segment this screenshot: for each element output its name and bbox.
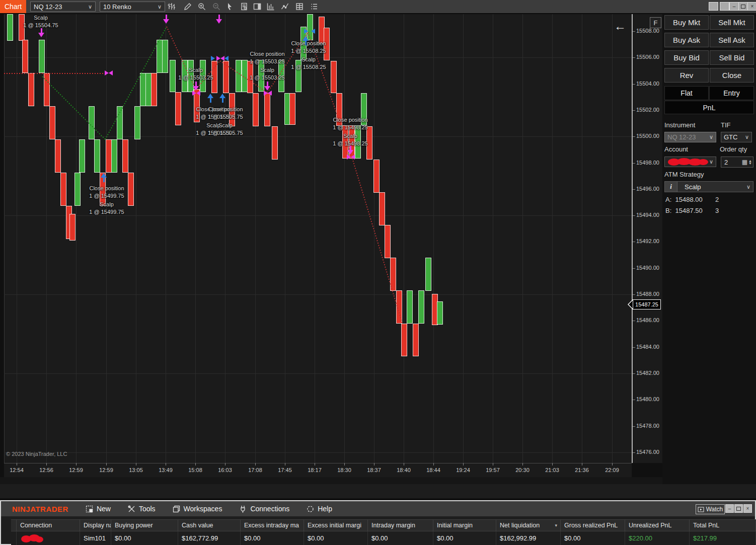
time-axis-label: 12:56 (39, 467, 53, 473)
sort-icon[interactable]: ▾ (555, 523, 557, 528)
calculator-icon[interactable]: ▦ (742, 159, 747, 166)
price-bars-icon[interactable] (166, 2, 176, 11)
list-icon[interactable] (309, 2, 319, 11)
draw-line-icon[interactable] (280, 2, 290, 11)
close-button[interactable]: × (743, 504, 752, 513)
cursor-icon[interactable] (224, 2, 235, 11)
table-header-cell[interactable]: Buying power (111, 519, 178, 531)
scroll-back-arrow-icon[interactable]: ← (614, 19, 626, 33)
renko-brick (74, 173, 81, 206)
price-axis-label: 15494.00 (636, 212, 659, 218)
chart-plot-area[interactable] (4, 14, 632, 463)
accounts-table: ConnectionDisplay naBuying powerCash val… (11, 519, 756, 545)
time-tick (136, 463, 136, 465)
table-header-cell[interactable]: Excess intraday ma (241, 519, 304, 531)
menu-help[interactable]: Help (307, 505, 332, 513)
table-header-cell[interactable]: Intraday margin (368, 519, 433, 531)
close-button[interactable]: Close (710, 68, 754, 83)
buy-arrow-icon (219, 94, 225, 103)
minimize-button[interactable]: – (725, 504, 734, 513)
table-header-cell[interactable]: Cash value (178, 519, 241, 531)
flat-button[interactable]: Flat (664, 86, 709, 100)
sell-bid-button[interactable]: Sell Bid (710, 50, 754, 65)
instrument-dropdown[interactable]: NQ 12-23 ∨ (30, 2, 96, 12)
atm-strategy-dropdown[interactable]: i Scalp ∨ (664, 181, 753, 192)
table-header-cell[interactable]: Excess initial margi (304, 519, 368, 531)
chart-tab-bar: NQ 12-23 + (0, 484, 756, 498)
renko-brick (236, 60, 242, 92)
time-tick (285, 463, 285, 465)
buy-bid-button[interactable]: Buy Bid (664, 50, 709, 65)
menu-tools[interactable]: Tools (128, 505, 156, 513)
renko-brick (69, 214, 75, 241)
buy-mkt-button[interactable]: Buy Mkt (664, 15, 709, 30)
table-header-cell[interactable]: Net liquidation▾ (496, 519, 561, 531)
period-dropdown[interactable]: 10 Renko ∨ (100, 2, 165, 12)
renko-brick (39, 40, 45, 73)
renko-brick (272, 126, 278, 160)
time-axis-label: 15:08 (188, 467, 202, 473)
table-header-cell[interactable] (11, 519, 17, 531)
chart-trader-panel: Buy Mkt Sell Mkt Buy Ask Sell Ask Buy Bi… (662, 14, 756, 484)
chart-style-icon[interactable] (266, 2, 276, 11)
menu-connections[interactable]: Connections (239, 505, 289, 513)
sell-mkt-button[interactable]: Sell Mkt (710, 15, 754, 30)
table-header-cell[interactable]: Total PnL (690, 519, 756, 531)
gridline-horizontal (4, 136, 632, 137)
watch-button[interactable]: Watch (696, 504, 725, 514)
renko-brick (223, 61, 229, 93)
gridline-vertical (433, 14, 434, 463)
account-row[interactable]: Sim101$0.00$162,772.99$0.00$0.00$0.00$0.… (11, 531, 756, 545)
info-icon[interactable]: i (665, 182, 677, 192)
order-qty-stepper[interactable]: 2 ▦ ▲▼ (721, 157, 753, 168)
buy-ask-button[interactable]: Buy Ask (664, 33, 709, 47)
zoom-out-icon[interactable] (211, 2, 221, 11)
maximize-button[interactable] (734, 504, 743, 513)
redacted-connection-scribble (20, 534, 44, 543)
table-cell: $162,992.99 (496, 531, 561, 545)
time-tick (433, 463, 434, 465)
data-grid-icon[interactable] (294, 2, 305, 11)
pencil-icon[interactable] (183, 2, 193, 11)
sell-ask-button[interactable]: Sell Ask (710, 33, 754, 47)
gridline-vertical (76, 14, 77, 463)
renko-brick (111, 139, 117, 173)
fixed-scale-button[interactable]: F (650, 17, 661, 28)
tif-dropdown[interactable]: GTC ∨ (721, 132, 752, 142)
panel-instrument-dropdown[interactable]: NQ 12-23 ∨ (664, 132, 716, 142)
unpin-button[interactable] (709, 2, 718, 11)
table-header-cell[interactable]: Unrealized PnL (625, 519, 690, 531)
close-button[interactable]: × (747, 2, 756, 11)
maximize-button[interactable] (738, 2, 748, 11)
entry-button[interactable]: Entry (709, 86, 754, 100)
renko-brick (385, 225, 391, 258)
accounts-table-header: ConnectionDisplay naBuying powerCash val… (11, 519, 756, 531)
table-header-cell[interactable]: Initial margin (433, 519, 496, 531)
report-icon[interactable] (239, 2, 249, 11)
minimize-button[interactable]: – (729, 2, 739, 11)
table-header-cell[interactable]: Connection (17, 519, 80, 531)
rev-button[interactable]: Rev (664, 68, 709, 83)
chevron-down-icon: ∨ (709, 134, 713, 140)
table-cell: $0.00 (368, 531, 433, 545)
panel-icon[interactable] (252, 2, 262, 11)
price-axis-label: 15478.00 (636, 423, 659, 429)
qty-spinner-icon[interactable]: ▲▼ (747, 160, 753, 165)
table-header-cell[interactable]: Display na (80, 519, 111, 531)
price-axis-label: 15492.00 (636, 238, 659, 244)
price-tick (633, 321, 635, 321)
price-axis-label: 15476.00 (636, 449, 659, 455)
menu-new[interactable]: New (86, 505, 111, 513)
zoom-in-icon[interactable] (197, 2, 207, 11)
gridline-vertical (552, 14, 553, 463)
last-price-notch (628, 299, 633, 309)
pin-button[interactable] (720, 2, 729, 11)
renko-brick (175, 92, 181, 125)
time-axis-label: 13:05 (129, 467, 143, 473)
order-qty-label: Order qty (720, 145, 747, 153)
menu-workspaces[interactable]: Workspaces (173, 505, 222, 513)
pnl-button[interactable]: PnL (664, 101, 754, 114)
price-tick (633, 84, 635, 85)
table-header-cell[interactable]: Gross realized PnL (561, 519, 625, 531)
account-dropdown[interactable]: ∨ (664, 157, 716, 167)
